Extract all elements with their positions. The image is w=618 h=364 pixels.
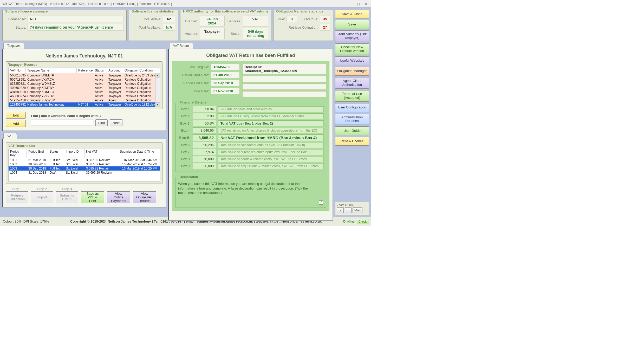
due-value: 0 xyxy=(287,16,297,22)
footer-left: Colour: 80%, DPI Scale: 175% xyxy=(3,219,49,223)
col-net-vat[interactable]: Net VAT xyxy=(84,149,118,158)
zoom-out-button[interactable]: - xyxy=(337,207,344,213)
fin-row: Box 9:26,000Total value of acquisitions … xyxy=(178,163,324,169)
declaration-checkbox[interactable] xyxy=(319,200,323,205)
fin-row: Box 5:3,585.82Net VAT Reclaimed from HMR… xyxy=(178,134,324,141)
col-import-id[interactable]: Import ID xyxy=(64,149,84,158)
first-button[interactable]: First xyxy=(95,119,108,126)
vat-list-panel: VAT Returns List Period Key Period End S… xyxy=(2,139,166,207)
col-period-key[interactable]: Period Key xyxy=(9,149,27,158)
auth-status-label: Status: xyxy=(226,28,241,39)
import-button[interactable]: Import xyxy=(31,191,53,203)
col-account[interactable]: Account xyxy=(107,68,123,73)
tab-vat[interactable]: VAT xyxy=(3,133,17,139)
taxpayer-heading: Neilson James Technology, NJT 01 xyxy=(6,53,162,59)
obligation-stats-title: Obligation Manager statistics xyxy=(276,9,323,13)
licence-summary-card: Software licence summary Licensed to: NJ… xyxy=(2,10,127,41)
return-heading: Obligated VAT Return has been Fulfilled xyxy=(172,53,329,58)
col-period-end[interactable]: Period End xyxy=(27,149,48,158)
maximize-button[interactable]: ▢ xyxy=(355,1,362,6)
table-row[interactable]: 100131 Mar 2018FulfilledStdExcel3,587.82… xyxy=(9,158,160,162)
fin-row: Box 1:58.84VAT due on sales and other ou… xyxy=(178,106,324,112)
table-row[interactable]: 408669229Company X9MTNYActiveTaxpayerRet… xyxy=(9,86,155,90)
view-payments-button[interactable]: View Online Payments xyxy=(107,191,130,203)
vat-grid-body[interactable]: 100131 Mar 2018FulfilledStdExcel3,587.82… xyxy=(8,158,160,181)
fin-row: Box 8:78,000Total value of goods & relat… xyxy=(178,156,324,162)
terms-button[interactable]: Terms of Use (Accepted) xyxy=(335,90,369,102)
zoom-max-button[interactable]: Max xyxy=(353,207,362,213)
renew-licence-button[interactable]: Renew Licence xyxy=(335,137,369,146)
receipt-box: Receipt ID: Simulated_ReceiptID_12345678… xyxy=(242,64,326,74)
minimize-button[interactable]: — xyxy=(347,1,354,6)
reg-value: 123456782 xyxy=(211,64,240,70)
save-close-button[interactable]: Save & Close xyxy=(335,10,369,18)
save-button[interactable]: Save xyxy=(335,20,369,29)
online-status: On-line xyxy=(343,219,355,223)
col-status[interactable]: Status xyxy=(48,149,64,158)
fin-row: Box 2:2.00VAT due on EC acquisitions fro… xyxy=(178,113,324,119)
titlebar: NJT VAT Return Manager (MTD) - Version 8… xyxy=(0,0,371,8)
retrieve-obligation-button[interactable]: Retrieve Obligation xyxy=(6,191,28,203)
zoom-in-button[interactable]: + xyxy=(345,207,352,213)
submit-hmrc-button[interactable]: Submit to HMRC xyxy=(56,191,78,203)
retrieve-label: Retrieve Obligation: xyxy=(276,24,318,31)
find-label: Find ( abc = Contains. >abc = Begins wit… xyxy=(31,114,101,118)
find-input[interactable] xyxy=(31,120,93,126)
total-available-value: N/A xyxy=(163,24,175,31)
declaration-box: Declaration When you submit this VAT inf… xyxy=(175,177,326,207)
obligation-manager-button[interactable]: Obligation Manager xyxy=(335,67,369,76)
agent-auth-button[interactable]: Agent-Client Authorisation xyxy=(335,77,369,89)
window-title: NJT VAT Return Manager (MTD) - Version 8… xyxy=(2,2,172,6)
declaration-text: When you submit this VAT information you… xyxy=(178,181,311,195)
table-row[interactable]: 100330 Sep 2018FulfilledStdExcel3,585.82… xyxy=(9,166,160,171)
zoom-title: Zoom (100%) xyxy=(337,203,367,206)
taxpayer-panel: Neilson James Technology, NJT 01 Taxpaye… xyxy=(2,49,166,131)
table-row[interactable]: 505015595Company UNEETPActiveTaxpayerOve… xyxy=(9,73,155,77)
col-submission[interactable]: Submission Date & Time xyxy=(118,149,160,158)
table-row[interactable]: 549157418Company ZHZWBMActiveAgentRetrie… xyxy=(9,98,155,102)
scroll-down-icon[interactable]: ▼ xyxy=(155,102,160,107)
licence-stats-card: Software licence statistics Total Active… xyxy=(129,10,178,41)
due-label: Due: xyxy=(276,16,285,22)
view-returns-button[interactable]: View Online VAT Returns xyxy=(133,191,156,203)
col-name[interactable]: Taxpayer Name xyxy=(26,68,77,73)
table-row[interactable]: 100230 Jun 2018FulfilledStdExcel3,587.82… xyxy=(9,162,160,166)
auth-status-value: 546 days remaining xyxy=(243,28,268,39)
taxpayer-grid-body[interactable]: ▲ ▼ 505015595Company UNEETPActiveTaxpaye… xyxy=(8,73,160,107)
scroll-up-icon[interactable]: ▲ xyxy=(155,73,160,77)
check-version-button[interactable]: Check for New Product Version xyxy=(335,43,369,55)
overdue-value: 35 xyxy=(320,16,330,22)
edit-button[interactable]: Edit xyxy=(6,112,26,119)
total-active-value: 62 xyxy=(163,16,175,22)
add-button[interactable]: Add xyxy=(6,120,26,127)
check-button[interactable]: Check xyxy=(357,219,368,224)
scrollbar[interactable]: ▲ ▼ xyxy=(155,73,160,107)
vat-returns-field: VAT Returns List Period Key Period End S… xyxy=(6,142,162,184)
col-ref[interactable]: Reference xyxy=(77,68,93,73)
user-guide-button[interactable]: User Guide xyxy=(335,126,369,135)
table-row[interactable]: 837250821Company WDMSLZActiveTaxpayerRet… xyxy=(9,82,155,86)
return-green-panel: VAT Reg No:123456782 Period Start Date:0… xyxy=(172,61,329,211)
table-row[interactable]: 123456782Neilson James TechnologyNJT 01A… xyxy=(9,102,155,107)
close-button[interactable]: ✕ xyxy=(363,1,369,6)
vat-returns-title: VAT Returns List xyxy=(8,144,160,148)
table-row[interactable]: 468685974Company YVYZH2ActiveTaxpayerRet… xyxy=(9,94,155,98)
financial-details-title: Financial Details xyxy=(178,100,208,104)
tab-taxpayer[interactable]: Taxpayer xyxy=(3,43,24,49)
tab-vat-return[interactable]: VAT Return xyxy=(169,43,193,49)
grant-authority-button[interactable]: Grant Authority (This Taxpayer) xyxy=(335,30,369,42)
vat-return-panel: Obligated VAT Return has been Fulfilled … xyxy=(168,49,333,221)
table-row[interactable]: 505718551Company VKVACAActiveTaxpayerRet… xyxy=(9,77,155,82)
useful-websites-button[interactable]: Useful Websites xyxy=(335,56,369,65)
admin-button[interactable]: Administration Routines xyxy=(335,114,369,125)
receipt-value: Simulated_ReceiptID_123456789 xyxy=(245,69,297,73)
step3-label: Step 3 xyxy=(62,187,72,191)
save-pdf-button[interactable]: Save as PDF & Print xyxy=(81,191,104,203)
table-row[interactable]: 494580018Company XOKGBYActiveTaxpayerRet… xyxy=(9,90,155,94)
col-status[interactable]: Status xyxy=(93,68,107,73)
next-button[interactable]: Next xyxy=(110,119,122,126)
table-row[interactable]: 100431 Dec 2018DraftStdExcel39,695.29 Re… xyxy=(9,171,160,175)
col-vatno[interactable]: VAT No xyxy=(9,68,26,73)
user-config-button[interactable]: User Configuration xyxy=(335,103,369,112)
col-obligation[interactable]: Obligation Condition xyxy=(123,68,160,73)
